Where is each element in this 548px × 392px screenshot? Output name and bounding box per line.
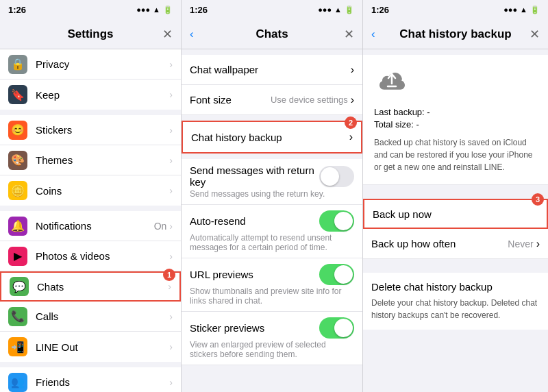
settings-item-themes[interactable]: 🎨 Themes ›	[0, 145, 181, 175]
stickers-icon: 😊	[8, 121, 27, 140]
calls-icon: 📞	[8, 307, 27, 326]
coins-icon: 🪙	[8, 181, 27, 200]
notifications-icon: 🔔	[8, 217, 27, 236]
keep-label: Keep	[36, 89, 169, 101]
notifications-value: On	[154, 221, 167, 232]
chats-item-auto-resend[interactable]: Auto-resend Automatically attempt to res…	[182, 205, 362, 258]
calls-chevron: ›	[169, 311, 173, 322]
backup-panel: 1:26 ●●● ▲ 🔋 ‹ Chat history backup ✕ Las…	[363, 0, 548, 392]
url-previews-label: URL previews	[190, 269, 319, 280]
return-key-toggle[interactable]	[319, 166, 354, 187]
settings-item-coins[interactable]: 🪙 Coins ›	[0, 175, 181, 206]
settings-item-friends[interactable]: 👥 Friends ›	[0, 367, 181, 392]
step-1-badge: 1	[163, 269, 175, 281]
settings-item-calls[interactable]: 📞 Calls ›	[0, 302, 181, 332]
return-key-label: Send messages with return key	[190, 164, 319, 188]
settings-item-notifications[interactable]: 🔔 Notifications On ›	[0, 211, 181, 241]
backup-title: Chat history backup	[399, 27, 511, 41]
settings-item-chats[interactable]: 1 💬 Chats ›	[0, 271, 181, 302]
keep-chevron: ›	[169, 89, 173, 100]
settings-item-privacy[interactable]: 🔒 Privacy ›	[0, 49, 181, 79]
settings-close-icon[interactable]: ✕	[162, 27, 173, 42]
backup-now-wrap: 3 Back up now	[363, 199, 548, 229]
status-icons-2: ●●● ▲ 🔋	[318, 5, 354, 14]
privacy-label: Privacy	[36, 58, 169, 70]
chats-panel: 1:26 ●●● ▲ 🔋 ‹ Chats ✕ Chat wallpaper › …	[182, 0, 363, 392]
coins-label: Coins	[36, 185, 169, 197]
calls-label: Calls	[36, 310, 169, 322]
status-icons-3: ●●● ▲ 🔋	[503, 5, 540, 14]
history-backup-label: Chat history backup	[191, 132, 349, 143]
battery-icon-2: 🔋	[345, 5, 354, 14]
backup-spacer-2	[363, 259, 548, 273]
backup-spacer-1	[363, 185, 548, 199]
wifi-icon: ▲	[153, 5, 160, 14]
wifi-icon-2: ▲	[334, 5, 342, 14]
step-2-badge: 2	[345, 117, 357, 129]
backup-close-icon[interactable]: ✕	[530, 27, 540, 42]
notifications-chevron: ›	[169, 221, 173, 232]
chats-section-1: Chat wallpaper › Font size Use device se…	[182, 55, 362, 115]
themes-icon: 🎨	[8, 151, 27, 170]
chats-icon: 💬	[10, 277, 29, 296]
sticker-previews-label: Sticker previews	[190, 322, 319, 334]
backup-now-label: Back up now	[373, 208, 538, 220]
stickers-label: Stickers	[36, 124, 169, 136]
backup-now-item[interactable]: Back up now	[363, 199, 548, 229]
backup-how-often-chevron: ›	[536, 238, 540, 250]
photos-label: Photos & videos	[36, 250, 169, 262]
settings-section-2: 😊 Stickers › 🎨 Themes › 🪙 Coins ›	[0, 115, 181, 206]
settings-item-photos[interactable]: ▶ Photos & videos ›	[0, 241, 181, 271]
settings-item-lineout[interactable]: 📲 LINE Out ›	[0, 332, 181, 362]
chats-item-sticker-previews[interactable]: Sticker previews View an enlarged previe…	[182, 312, 362, 365]
total-size-text: Total size: -	[374, 119, 419, 131]
history-backup-chevron: ›	[349, 131, 353, 143]
settings-panel: 1:26 ●●● ▲ 🔋 Settings ✕ 🔒 Privacy › 🔖 Ke…	[0, 0, 182, 392]
url-previews-toggle[interactable]	[319, 264, 354, 285]
signal-icon: ●●●	[136, 5, 150, 14]
backup-how-often-value: Never	[508, 238, 533, 249]
friends-chevron: ›	[169, 377, 173, 388]
notifications-label: Notifications	[36, 220, 154, 232]
chats-item-url-previews[interactable]: URL previews Show thumbnails and preview…	[182, 258, 362, 312]
return-key-sub: Send messages using the return key.	[190, 189, 354, 199]
auto-resend-toggle[interactable]	[319, 210, 354, 232]
chats-nav: ‹ Chats ✕	[182, 19, 362, 49]
themes-label: Themes	[36, 154, 169, 166]
chats-item-fontsize[interactable]: Font size Use device settings ›	[182, 85, 362, 115]
fontsize-value: Use device settings	[271, 95, 348, 105]
backup-back-icon[interactable]: ‹	[371, 27, 375, 41]
wifi-icon-3: ▲	[520, 5, 527, 14]
settings-item-keep[interactable]: 🔖 Keep ›	[0, 79, 181, 110]
status-bar-3: 1:26 ●●● ▲ 🔋	[363, 0, 548, 19]
chats-list: Chat wallpaper › Font size Use device se…	[182, 49, 362, 392]
backup-delete-section: Delete chat history backup Delete your c…	[363, 273, 548, 330]
stickers-chevron: ›	[169, 125, 173, 136]
chats-back-icon[interactable]: ‹	[190, 27, 194, 41]
battery-icon-3: 🔋	[530, 5, 540, 14]
chats-item-wallpaper[interactable]: Chat wallpaper ›	[182, 55, 362, 85]
friends-label: Friends	[36, 376, 169, 388]
chats-item-return-key[interactable]: Send messages with return key Send messa…	[182, 159, 362, 205]
keep-icon: 🔖	[8, 85, 27, 104]
backup-how-often-label: Back up how often	[371, 238, 508, 249]
backup-cloud-section: Last backup: - Total size: - Backed up c…	[363, 55, 548, 185]
privacy-chevron: ›	[169, 59, 173, 70]
chats-title: Chats	[256, 27, 288, 41]
chats-item-history-backup[interactable]: Chat history backup ›	[183, 122, 361, 152]
backup-how-often-item[interactable]: Back up how often Never ›	[363, 229, 548, 259]
status-time-2: 1:26	[190, 5, 208, 15]
photos-icon: ▶	[8, 247, 27, 266]
backup-nav: ‹ Chat history backup ✕	[363, 19, 548, 49]
fontsize-label: Font size	[190, 94, 271, 106]
chats-close-icon[interactable]: ✕	[344, 27, 354, 42]
settings-section-1: 🔒 Privacy › 🔖 Keep ›	[0, 49, 181, 110]
settings-item-stickers[interactable]: 😊 Stickers ›	[0, 115, 181, 145]
backup-description: Backed up chat history is saved on iClou…	[374, 136, 537, 173]
auto-resend-label: Auto-resend	[190, 215, 319, 227]
backup-content: Last backup: - Total size: - Backed up c…	[363, 49, 548, 392]
coins-chevron: ›	[169, 185, 173, 196]
battery-icon: 🔋	[163, 5, 173, 14]
privacy-icon: 🔒	[8, 55, 27, 74]
sticker-previews-toggle[interactable]	[319, 317, 354, 339]
